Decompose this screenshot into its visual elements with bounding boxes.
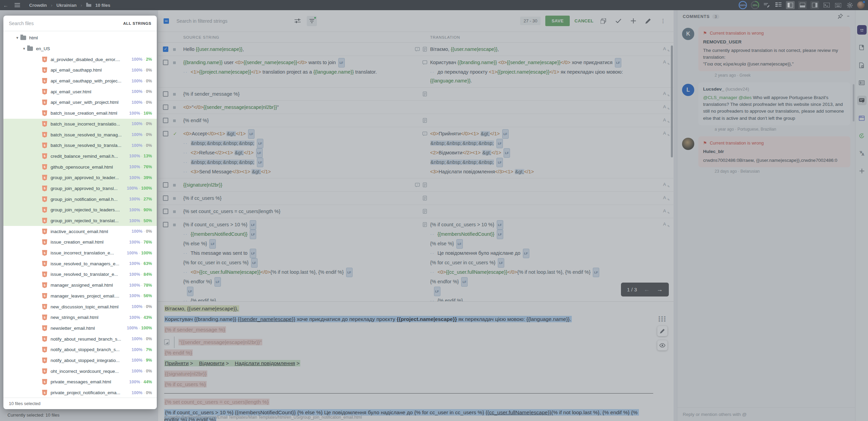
translation-vote-icon[interactable]: A✎: [663, 117, 668, 123]
comment-author[interactable]: REMOVED_USER: [703, 39, 846, 45]
pin-icon[interactable]: [838, 14, 843, 20]
string-row[interactable]: {% if sender_message %} A✎: [158, 88, 674, 101]
approve-check-icon[interactable]: [613, 16, 623, 26]
preview-highlight[interactable]: Користувач {{branding.name}} {{sender_na…: [164, 316, 572, 322]
file-row[interactable]: 5 batch_issue_resolved_to_transla... 100…: [3, 140, 157, 151]
translation-vote-icon[interactable]: A✎: [663, 59, 668, 65]
comment-icon[interactable]: [422, 60, 428, 65]
back-arrow-icon[interactable]: ←: [0, 2, 12, 8]
file-row[interactable]: 5 private_messages_email.html 100%·44%: [3, 377, 157, 387]
user-avatar[interactable]: [857, 1, 865, 9]
folder-row-en_US[interactable]: ▼ en_US: [3, 43, 157, 54]
source-string-cell[interactable]: {% if count_cc_users > 10 %}LF··{{member…: [183, 220, 411, 301]
translated-progress-ring[interactable]: 100%: [738, 1, 747, 9]
string-checkbox[interactable]: [163, 60, 168, 65]
translation-memory-icon[interactable]: [857, 78, 867, 88]
edit-pencil-icon[interactable]: [657, 326, 667, 336]
pager-prev-icon[interactable]: ←: [644, 286, 650, 293]
cancel-button[interactable]: CANCEL: [574, 18, 593, 23]
string-checkbox[interactable]: [163, 104, 168, 110]
mention[interactable]: @CLS_manager @dies: [703, 95, 752, 100]
string-row[interactable]: ✓ <0>Accept</0><1> &gt;</1>LF··&nbsp;&nb…: [158, 127, 674, 178]
top-bottom-view-icon[interactable]: [798, 1, 807, 9]
file-row[interactable]: 5 inactive_account_email.html 100%·0%: [3, 226, 157, 237]
folder-row-html[interactable]: ▼ html: [3, 33, 157, 43]
comment-alert-icon[interactable]: !: [422, 131, 428, 136]
mt-suggestions-icon[interactable]: [763, 1, 771, 9]
ai-assistant-icon[interactable]: [857, 25, 867, 35]
context-icon[interactable]: [422, 46, 428, 52]
file-row[interactable]: 5 issue_resolved_to_managers_e... 100%·6…: [3, 258, 157, 269]
translation-cell[interactable]: [430, 90, 658, 98]
file-row[interactable]: 5 ai_provider_disabled_due_error.... 100…: [3, 54, 157, 65]
drag-handle-icon[interactable]: ●●●●●●●●●: [658, 316, 666, 322]
translation-vote-icon[interactable]: A✎: [663, 182, 668, 188]
source-string-cell[interactable]: {% if sender_message %}: [183, 90, 411, 98]
keyboard-shortcuts-icon[interactable]: [834, 1, 842, 9]
caret-down-icon[interactable]: ▼: [16, 36, 20, 40]
file-row[interactable]: 5 group_join_approved_to_leader... 100%·…: [3, 172, 157, 183]
preview-highlight[interactable]: Вітаємо, {{user.name|escape}},: [164, 305, 239, 312]
file-row[interactable]: 5 notify_about_stopped_integratio... 100…: [3, 355, 157, 366]
string-row[interactable]: {% set count_cc_users = cc_users|length …: [158, 205, 674, 218]
file-row[interactable]: 5 group_join_rejected_to_leaders.... 100…: [3, 205, 157, 215]
file-row[interactable]: 5 notify_about_resumed_branch_s... 100%·…: [3, 333, 157, 344]
string-row[interactable]: {% endif %} A✎: [158, 114, 674, 127]
comment-reply-input[interactable]: Reply or mention others with @: [677, 407, 855, 421]
source-string-cell[interactable]: {{branding.name}} user <0>{{sender_name|…: [183, 58, 411, 85]
all-strings-button[interactable]: ALL STRINGS: [123, 21, 151, 25]
source-string-cell[interactable]: {% endif %}: [183, 116, 411, 125]
comments-scrollbar[interactable]: [853, 84, 854, 121]
context-icon[interactable]: [422, 222, 428, 227]
comment-alert-icon[interactable]: !: [415, 46, 420, 52]
file-row[interactable]: 5 api_email_oauthapp_with_projec... 100%…: [3, 76, 157, 87]
preview-highlight[interactable]: {% set count_cc_users = cc_users|length …: [164, 399, 269, 405]
file-row[interactable]: 5 group_join_approved_to_transl... 100%·…: [3, 183, 157, 194]
pager-next-icon[interactable]: →: [657, 286, 663, 293]
string-row[interactable]: {% if cc_users %} A✎: [158, 192, 674, 205]
multi-view-icon[interactable]: [774, 1, 782, 9]
add-panel-icon[interactable]: [857, 166, 867, 176]
strings-scrollbar[interactable]: [671, 45, 673, 157]
add-string-icon[interactable]: [628, 16, 638, 26]
tune-icon[interactable]: [293, 16, 303, 26]
string-checkbox[interactable]: [163, 91, 168, 97]
custom-view-icon[interactable]: [857, 113, 867, 123]
string-checkbox[interactable]: [163, 195, 168, 201]
context-icon[interactable]: [422, 118, 428, 123]
comment-item[interactable]: L Lucsdev_ (lucsdev24) @CLS_manager @die…: [682, 82, 850, 132]
translation-vote-icon[interactable]: A✎: [663, 208, 668, 214]
breadcrumb-files[interactable]: 10 files: [95, 3, 110, 8]
preview-highlight[interactable]: {% if cc_users %}: [164, 381, 207, 387]
breadcrumb-project[interactable]: Crowdin: [29, 3, 47, 8]
approved-progress-ring[interactable]: 35%: [751, 1, 759, 9]
string-checkbox[interactable]: [163, 131, 168, 136]
translation-cell[interactable]: Користувач {{branding.name}} <0>{{sender…: [430, 58, 658, 85]
file-row[interactable]: 5 oht_incorrect_wordcount_reque... 100%·…: [3, 366, 157, 377]
file-row[interactable]: 5 group_join_rejected_to_translat... 100…: [3, 215, 157, 226]
string-checkbox[interactable]: [163, 118, 168, 123]
file-row[interactable]: 5 manager_leaves_project_email.... 100%·…: [3, 291, 157, 302]
file-row[interactable]: 5 issue_resolved_to_translator_e... 100%…: [3, 269, 157, 280]
string-range-chip[interactable]: 27 - 30: [520, 17, 541, 25]
comfortable-view-icon[interactable]: [810, 1, 819, 9]
file-row[interactable]: 5 private_project_notification_ema... 10…: [3, 387, 157, 398]
translation-vote-icon[interactable]: A✎: [663, 222, 668, 228]
string-checkbox[interactable]: [163, 182, 168, 188]
string-row[interactable]: {{signature|nl2br}} ! A✎: [158, 178, 674, 192]
save-button[interactable]: SAVE: [545, 16, 570, 26]
file-row[interactable]: 5 credit_balance_remind_email.h... 100%·…: [3, 151, 157, 162]
file-row[interactable]: 5 batch_issue_incorrect_translatio... 10…: [3, 119, 157, 130]
comment-author[interactable]: Hulec_blr: [703, 148, 846, 155]
file-row[interactable]: 5 batch_issue_creation_email.html 100%·1…: [3, 108, 157, 119]
file-row[interactable]: 5 new_discussion_topic_email.html 100%·0…: [3, 301, 157, 312]
translation-cell[interactable]: Вітаємо, {{user.name|escape}},: [430, 45, 658, 54]
breadcrumb-language[interactable]: Ukrainian: [56, 3, 76, 8]
caret-down-icon[interactable]: ▼: [22, 47, 27, 51]
console-icon[interactable]: [823, 1, 831, 9]
translation-cell[interactable]: [430, 207, 658, 216]
comment-author[interactable]: Lucsdev_ (lucsdev24): [703, 86, 846, 93]
comments-icon[interactable]: [857, 96, 867, 105]
file-row[interactable]: 5 api_email_user_with_project.html 100%·…: [3, 97, 157, 108]
collapse-icon[interactable]: –: [847, 14, 850, 20]
